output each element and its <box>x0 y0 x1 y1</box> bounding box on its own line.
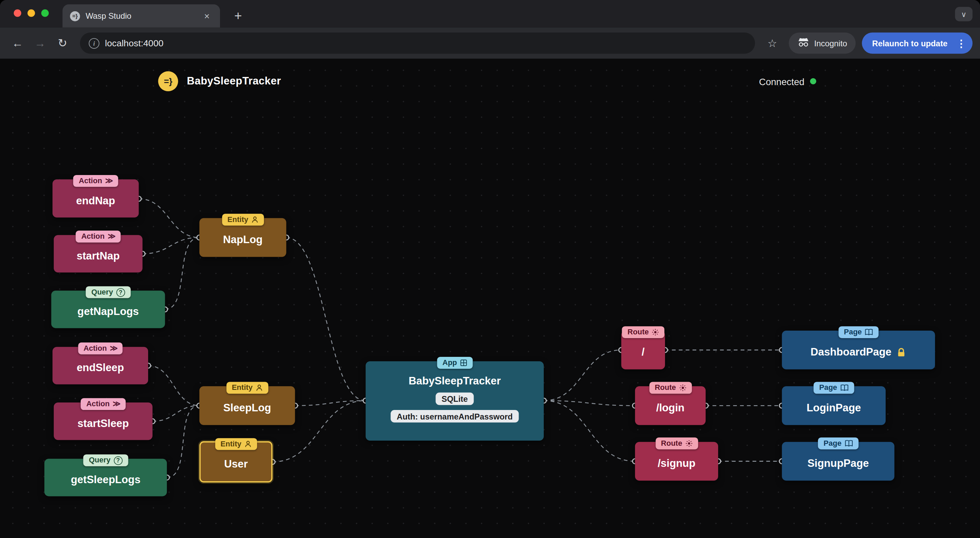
node-title: SleepLog <box>223 402 271 414</box>
node-title: /signup <box>657 458 695 470</box>
node-title: startNap <box>76 250 120 263</box>
entity-badge: Entity <box>226 382 268 394</box>
connection-status-label: Connected <box>759 76 804 86</box>
node-title: / <box>641 346 644 359</box>
route-badge: Route <box>649 382 692 394</box>
action-node-endnap[interactable]: Action≫ endNap <box>52 180 138 218</box>
database-chip: SQLite <box>436 393 474 405</box>
action-badge: Action≫ <box>73 175 118 187</box>
app-node-babysleeptracker[interactable]: App BabySleepTracker SQLite Auth: userna… <box>366 361 544 441</box>
incognito-badge: Incognito <box>789 32 856 54</box>
book-icon <box>865 329 873 336</box>
action-node-startsleep[interactable]: Action≫ startSleep <box>54 403 153 440</box>
back-icon[interactable]: ← <box>8 33 28 53</box>
tab-strip: =} Wasp Studio × + ∨ <box>0 0 980 27</box>
node-title: endNap <box>76 195 115 207</box>
wasp-logo-icon: =} <box>158 71 178 91</box>
lock-icon <box>897 348 907 358</box>
sun-icon <box>679 384 686 391</box>
entity-node-sleeplog[interactable]: Entity SleepLog <box>200 386 295 425</box>
new-tab-button[interactable]: + <box>229 6 248 25</box>
minimize-window-button[interactable] <box>28 10 35 17</box>
relaunch-label: Relaunch to update <box>872 38 947 48</box>
person-icon <box>256 384 262 391</box>
browser-window: =} Wasp Studio × + ∨ ← → ↻ i localhost:4… <box>0 0 980 538</box>
person-icon <box>251 216 258 223</box>
person-icon <box>245 441 251 447</box>
page-badge: Page <box>813 382 854 394</box>
tab-title: Wasp Studio <box>86 11 201 21</box>
action-node-endsleep[interactable]: Action≫ endSleep <box>52 347 148 384</box>
node-title: getNapLogs <box>77 306 138 318</box>
route-node-root[interactable]: Route / <box>621 331 665 369</box>
bookmark-icon[interactable]: ☆ <box>762 33 783 53</box>
page-node-login[interactable]: Page LoginPage <box>782 386 886 425</box>
route-badge: Route <box>655 438 698 449</box>
node-title: NapLog <box>223 234 262 246</box>
entity-node-user[interactable]: Entity User <box>200 441 273 482</box>
site-info-icon[interactable]: i <box>89 38 99 48</box>
entity-node-naplog[interactable]: Entity NapLog <box>200 218 286 257</box>
query-icon: ? <box>114 456 123 465</box>
connected-dot-icon <box>810 78 816 84</box>
address-bar[interactable]: i localhost:4000 <box>80 32 755 54</box>
forward-icon[interactable]: → <box>30 33 50 53</box>
node-title: endSleep <box>76 362 124 374</box>
tab-search-button[interactable]: ∨ <box>955 7 972 21</box>
browser-menu-icon[interactable]: ⋮ <box>954 37 969 49</box>
action-badge: Action≫ <box>76 231 121 242</box>
grid-icon <box>460 359 467 366</box>
action-badge: Action≫ <box>78 342 123 355</box>
incognito-icon <box>797 37 809 49</box>
node-title: LoginPage <box>807 402 861 414</box>
window-controls <box>14 10 49 17</box>
page-node-signup[interactable]: Page SignupPage <box>782 442 894 481</box>
node-title: BabySleepTracker <box>409 375 501 387</box>
reload-icon[interactable]: ↻ <box>52 33 73 53</box>
page-badge: Page <box>818 438 858 449</box>
auth-chip: Auth: usernameAndPassword <box>391 410 519 423</box>
tab-close-icon[interactable]: × <box>201 10 213 21</box>
action-icon: ≫ <box>108 232 115 242</box>
query-badge: Query? <box>86 287 131 298</box>
incognito-label: Incognito <box>814 38 847 48</box>
query-badge: Query? <box>83 454 128 466</box>
book-icon <box>845 440 853 447</box>
node-title: User <box>224 458 248 471</box>
node-title: startSleep <box>77 417 129 430</box>
connection-status: Connected <box>759 71 816 91</box>
studio-app-title: BabySleepTracker <box>187 75 281 88</box>
studio-header: =} BabySleepTracker <box>158 71 281 91</box>
sun-icon <box>686 440 692 447</box>
book-icon <box>840 384 849 391</box>
browser-toolbar: ← → ↻ i localhost:4000 ☆ Incognito Relau… <box>0 27 980 59</box>
sun-icon <box>652 329 659 336</box>
node-title: SignupPage <box>807 458 869 470</box>
action-icon: ≫ <box>105 177 112 186</box>
fullscreen-window-button[interactable] <box>41 10 49 17</box>
route-node-login[interactable]: Route /login <box>635 386 706 425</box>
tab-favicon-icon: =} <box>70 11 80 21</box>
close-window-button[interactable] <box>14 10 21 17</box>
action-node-startnap[interactable]: Action≫ startNap <box>54 235 143 272</box>
route-node-signup[interactable]: Route /signup <box>635 442 718 481</box>
browser-tab[interactable]: =} Wasp Studio × <box>63 5 220 27</box>
entity-badge: Entity <box>215 438 257 450</box>
relaunch-button[interactable]: Relaunch to update ⋮ <box>862 32 972 54</box>
entity-badge: Entity <box>222 214 264 226</box>
query-icon: ? <box>116 288 125 296</box>
url-text: localhost:4000 <box>105 38 164 48</box>
query-node-getnaplogs[interactable]: Query? getNapLogs <box>51 291 165 328</box>
page-node-dashboard[interactable]: Page DashboardPage <box>782 331 935 369</box>
node-title: /login <box>656 402 684 414</box>
app-badge: App <box>437 357 473 369</box>
action-icon: ≫ <box>113 400 120 409</box>
node-title: getSleepLogs <box>71 474 141 486</box>
page-badge: Page <box>838 326 879 338</box>
query-node-getsleeplogs[interactable]: Query? getSleepLogs <box>44 458 167 496</box>
route-badge: Route <box>622 326 664 338</box>
action-icon: ≫ <box>110 344 117 353</box>
action-badge: Action≫ <box>81 398 126 410</box>
node-title: DashboardPage <box>810 346 891 359</box>
